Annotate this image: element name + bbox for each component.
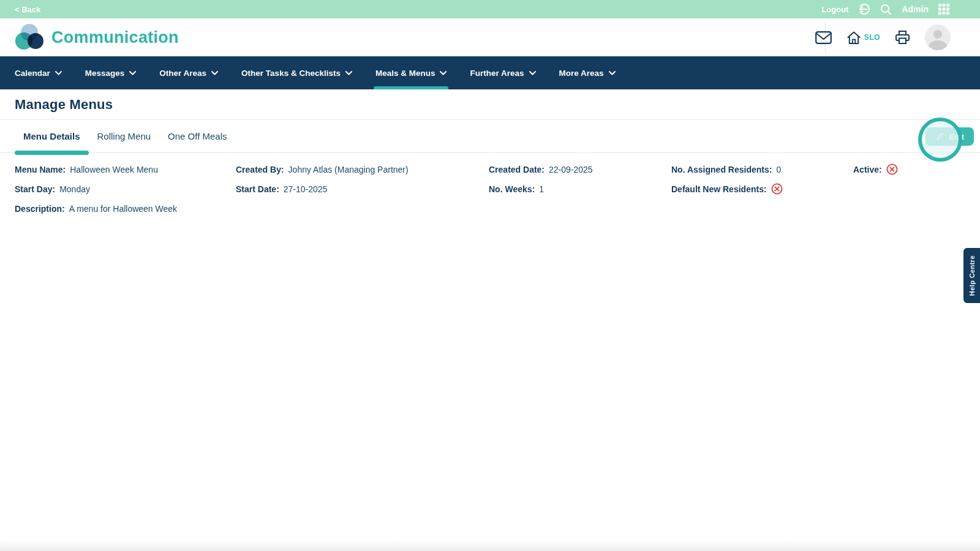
field-created-date: Created Date:22-09-2025: [489, 163, 671, 175]
pencil-icon: [935, 132, 944, 141]
bottom-edge-shadow: [0, 540, 980, 551]
app-window: < Back Logout Admin Communication: [0, 0, 980, 551]
tab-bar: Menu Details Rolling Menu One Off Meals …: [0, 120, 980, 153]
page-title-bar: Manage Menus: [0, 89, 980, 120]
page-title: Manage Menus: [15, 97, 113, 113]
app-header: Communication SLO: [0, 18, 980, 56]
logout-icon[interactable]: [858, 3, 870, 15]
chevron-down-icon: [211, 71, 218, 75]
nav-item-messages[interactable]: Messages: [85, 56, 137, 89]
field-assigned-residents: No. Assigned Residents:0: [671, 163, 853, 175]
field-menu-name: Menu Name:Halloween Week Menu: [15, 163, 236, 175]
field-created-by: Created By:Johny Atlas (Managing Partner…: [236, 163, 489, 175]
avatar[interactable]: [925, 24, 951, 50]
tab-rolling-menu[interactable]: Rolling Menu: [97, 120, 151, 152]
field-active: Active:: [853, 163, 980, 175]
app-logo: [15, 23, 44, 52]
tab-menu-details[interactable]: Menu Details: [23, 120, 80, 152]
back-button[interactable]: < Back: [15, 5, 40, 14]
app-title: Communication: [51, 28, 179, 47]
mail-icon[interactable]: [815, 31, 832, 44]
nav-item-other-tasks-checklists[interactable]: Other Tasks & Checklists: [241, 56, 352, 89]
nav-item-calendar[interactable]: Calendar: [15, 56, 62, 89]
chevron-down-icon: [345, 71, 352, 75]
tab-one-off-meals[interactable]: One Off Meals: [168, 120, 227, 152]
logout-link[interactable]: Logout: [821, 5, 848, 14]
apps-grid-icon[interactable]: [938, 4, 949, 15]
field-start-date: Start Date:27-10-2025: [236, 183, 489, 195]
chevron-down-icon: [129, 71, 136, 75]
edit-button[interactable]: Edit: [925, 127, 974, 146]
top-utility-bar: < Back Logout Admin: [0, 0, 980, 18]
printer-icon[interactable]: [895, 30, 910, 45]
nav-item-more-areas[interactable]: More Areas: [559, 56, 616, 89]
field-start-day: Start Day:Monday: [15, 183, 236, 195]
chevron-down-icon: [529, 71, 536, 75]
home-icon: [846, 31, 861, 45]
chevron-down-icon: [55, 71, 62, 75]
help-centre-tab[interactable]: Help Centre: [963, 248, 980, 303]
admin-menu[interactable]: Admin: [902, 4, 929, 14]
field-spacer: [853, 183, 980, 195]
home-button[interactable]: SLO: [846, 31, 880, 45]
search-icon[interactable]: [880, 4, 892, 15]
field-default-new-residents: Default New Residents:: [671, 183, 853, 195]
nav-item-other-areas[interactable]: Other Areas: [159, 56, 218, 89]
red-cross-icon: [771, 183, 783, 195]
chevron-down-icon: [609, 71, 616, 75]
home-badge: SLO: [864, 33, 880, 42]
red-cross-icon: [886, 163, 898, 175]
chevron-down-icon: [440, 71, 447, 75]
nav-item-further-areas[interactable]: Further Areas: [470, 56, 535, 89]
field-no-weeks: No. Weeks:1: [489, 183, 671, 195]
main-nav: Calendar Messages Other Areas Other Task…: [0, 56, 980, 89]
field-description: Description:A menu for Halloween Week: [15, 203, 489, 214]
nav-item-meals-menus[interactable]: Meals & Menus: [375, 56, 447, 89]
menu-details-panel: Menu Name:Halloween Week Menu Created By…: [0, 153, 980, 214]
